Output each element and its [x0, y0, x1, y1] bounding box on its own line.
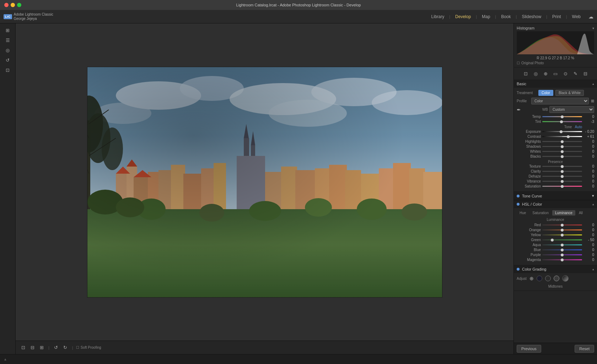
panel-scroll[interactable]: Basic ▴ Treatment Color Black & White Pr… — [514, 80, 597, 343]
spot-removal-icon[interactable]: ◎ — [532, 70, 539, 77]
aqua-slider[interactable] — [542, 244, 582, 245]
cg-global-circle[interactable] — [562, 275, 569, 282]
exposure-thumb[interactable] — [560, 130, 563, 133]
whites-thumb[interactable] — [561, 150, 564, 153]
saturation-slider[interactable] — [542, 186, 582, 187]
magenta-slider[interactable] — [542, 259, 582, 260]
adjustment-brush-icon[interactable]: ✎ — [571, 70, 579, 77]
cg-shadows-circle[interactable] — [537, 276, 542, 281]
profile-select[interactable]: Color — [531, 98, 589, 104]
yellow-thumb[interactable] — [561, 234, 564, 237]
survey-icon[interactable]: ⊞ — [38, 344, 45, 352]
blue-slider[interactable] — [542, 249, 582, 250]
svg-point-1 — [116, 81, 201, 110]
cg-all-icon[interactable]: ⊕ — [529, 276, 534, 281]
highlights-thumb[interactable] — [561, 140, 564, 143]
nav-web[interactable]: Web — [568, 10, 585, 23]
green-slider[interactable] — [542, 239, 582, 240]
compare-icon[interactable]: ⊟ — [28, 344, 36, 352]
collections-icon[interactable]: ⊡ — [4, 66, 12, 74]
color-grading-header[interactable]: Color Grading ▴ — [514, 265, 597, 273]
histogram-arrow[interactable]: ▾ — [592, 26, 594, 30]
hsl-section-header[interactable]: HSL / Color ▴ — [514, 200, 597, 208]
previous-button[interactable]: Previous — [517, 345, 541, 353]
photo-image[interactable] — [87, 67, 442, 298]
reset-button[interactable]: Reset — [575, 345, 594, 353]
orange-thumb[interactable] — [561, 229, 564, 232]
red-thumb[interactable] — [561, 224, 564, 227]
dehaze-slider[interactable] — [542, 176, 582, 177]
crop-tool-icon[interactable]: ⊡ — [522, 70, 529, 77]
tab-luminance[interactable]: Luminance — [552, 210, 575, 216]
clarity-thumb[interactable] — [561, 170, 564, 173]
tab-hue[interactable]: Hue — [517, 210, 529, 216]
cloud-icon[interactable]: ☁ — [588, 14, 593, 20]
shadows-thumb[interactable] — [561, 145, 564, 148]
graduated-filter-icon[interactable]: ▭ — [552, 70, 559, 77]
navigator-icon[interactable]: ⊞ — [4, 26, 12, 34]
basic-section-header[interactable]: Basic ▴ — [514, 80, 597, 88]
maximize-button[interactable] — [17, 3, 21, 7]
magenta-thumb[interactable] — [561, 259, 564, 261]
tab-all[interactable]: All — [576, 210, 586, 216]
purple-slider[interactable] — [542, 254, 582, 255]
eyedropper-icon[interactable]: ✒ — [517, 107, 521, 113]
texture-thumb[interactable] — [561, 165, 564, 168]
exposure-slider[interactable] — [542, 131, 582, 132]
blacks-thumb[interactable] — [561, 155, 564, 158]
original-photo-checkbox[interactable]: ☐ — [517, 61, 520, 65]
bw-button[interactable]: Black & White — [555, 90, 584, 96]
nav-library[interactable]: Library — [427, 10, 449, 23]
whites-slider[interactable] — [542, 151, 582, 152]
temp-thumb[interactable] — [561, 115, 564, 118]
purple-thumb[interactable] — [561, 254, 564, 256]
redeye-icon[interactable]: ⊕ — [542, 70, 549, 77]
nav-slideshow[interactable]: Slideshow — [517, 10, 545, 23]
loupe-view-icon[interactable]: ⊡ — [19, 344, 27, 352]
contrast-thumb[interactable] — [567, 135, 570, 138]
green-thumb[interactable] — [551, 239, 554, 241]
history-icon[interactable]: ↺ — [4, 56, 12, 64]
redo-icon[interactable]: ↻ — [61, 344, 69, 352]
saturation-thumb[interactable] — [561, 185, 564, 188]
shadows-slider[interactable] — [542, 146, 582, 147]
vibrance-thumb[interactable] — [561, 180, 564, 183]
window-controls[interactable] — [4, 3, 21, 7]
contrast-slider[interactable] — [542, 136, 582, 137]
minimize-button[interactable] — [11, 3, 15, 7]
close-button[interactable] — [4, 3, 9, 7]
profile-grid-icon[interactable]: ⊞ — [591, 99, 594, 103]
undo-icon[interactable]: ↺ — [52, 344, 60, 352]
orange-slider[interactable] — [542, 229, 582, 230]
snapshots-icon[interactable]: ◎ — [4, 46, 12, 54]
cg-midtones-circle[interactable] — [545, 276, 551, 281]
highlights-slider[interactable] — [542, 141, 582, 142]
clarity-slider[interactable] — [542, 171, 582, 172]
tint-slider[interactable] — [542, 121, 582, 122]
blacks-slider[interactable] — [542, 156, 582, 157]
presets-icon[interactable]: ☰ — [4, 36, 12, 44]
aqua-thumb[interactable] — [561, 244, 564, 246]
blue-thumb[interactable] — [561, 249, 564, 251]
tab-saturation[interactable]: Saturation — [529, 210, 552, 216]
nav-book[interactable]: Book — [497, 10, 515, 23]
cg-arrow: ▴ — [592, 267, 594, 271]
texture-slider[interactable] — [542, 166, 582, 167]
auto-button[interactable]: Auto — [575, 125, 582, 129]
wb-select[interactable]: Custom — [549, 106, 594, 113]
radial-filter-icon[interactable]: ⊙ — [561, 70, 569, 77]
temp-slider[interactable] — [542, 116, 582, 117]
dehaze-label: Dehaze — [517, 174, 541, 178]
red-slider[interactable] — [542, 224, 582, 226]
yellow-slider[interactable] — [542, 234, 582, 235]
vibrance-slider[interactable] — [542, 181, 582, 182]
tint-thumb[interactable] — [560, 120, 563, 123]
nav-develop[interactable]: Develop — [451, 10, 475, 23]
nav-map[interactable]: Map — [478, 10, 494, 23]
color-button[interactable]: Color — [538, 90, 553, 96]
cg-highlights-circle[interactable] — [554, 276, 559, 281]
nav-print[interactable]: Print — [548, 10, 565, 23]
tone-curve-section-header[interactable]: Tone Curve ▾ — [514, 192, 597, 200]
range-mask-icon[interactable]: ⊟ — [581, 70, 589, 77]
dehaze-thumb[interactable] — [561, 175, 564, 178]
